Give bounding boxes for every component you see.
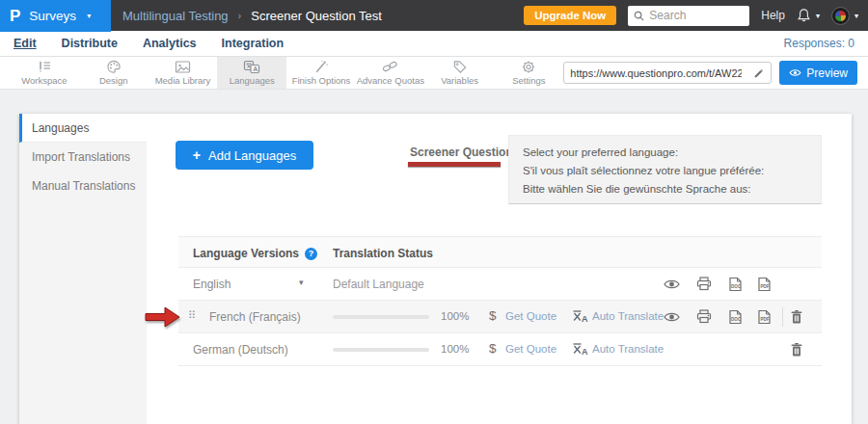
export-doc-button[interactable]: DOC xyxy=(728,277,743,296)
preview-button[interactable]: Preview xyxy=(779,61,857,85)
auto-translate-icon[interactable]: A xyxy=(572,342,588,359)
print-language-button[interactable] xyxy=(696,277,712,295)
tag-icon xyxy=(452,60,468,74)
product-switcher[interactable]: P Surveys ▾ xyxy=(0,0,111,32)
language-name: English xyxy=(193,278,231,291)
export-doc-button[interactable]: DOC xyxy=(728,309,743,329)
chevron-down-icon: ▾ xyxy=(87,12,91,20)
toolbar-item-languages[interactable]: A Languages xyxy=(217,57,286,89)
edit-toolbar: Workspace Design Media Library A Languag… xyxy=(0,57,868,90)
toolbar-item-advance-quotas[interactable]: Advance Quotas xyxy=(356,57,425,89)
sidebar-item-import-translations[interactable]: Import Translations xyxy=(19,143,147,172)
eye-icon xyxy=(789,68,801,77)
translation-progress-bar xyxy=(333,348,429,352)
auto-translate-link[interactable]: Auto Translate xyxy=(592,343,664,355)
svg-text:DOC: DOC xyxy=(731,317,742,322)
help-link[interactable]: Help xyxy=(761,9,785,22)
upgrade-now-button[interactable]: Upgrade Now xyxy=(524,6,616,25)
default-language-label: Default Language xyxy=(333,278,424,291)
trash-icon xyxy=(790,342,803,358)
screener-question-preview: Select your preferred language: S'il vou… xyxy=(508,135,822,204)
gear-icon xyxy=(521,60,536,74)
tab-analytics[interactable]: Analytics xyxy=(143,37,197,50)
translation-progress-bar xyxy=(333,315,429,319)
languages-sidebar: Languages Import Translations Manual Tra… xyxy=(19,114,147,424)
tab-integration[interactable]: Integration xyxy=(222,37,285,50)
auto-translate-link[interactable]: Auto Translate xyxy=(592,310,664,322)
search-input[interactable] xyxy=(649,9,736,22)
plus-icon: + xyxy=(193,147,201,163)
drag-handle-icon[interactable]: ⠿ xyxy=(188,309,195,322)
survey-url-field xyxy=(563,62,772,84)
toolbar-item-label: Settings xyxy=(512,75,545,86)
table-row-english: English ▾ Default Language DOC PDF xyxy=(178,268,822,301)
toolbar-item-label: Languages xyxy=(230,75,275,86)
svg-text:A: A xyxy=(582,314,588,323)
notifications-menu[interactable]: ▾ xyxy=(797,8,820,23)
dollar-icon[interactable]: $ xyxy=(489,308,497,323)
tab-distribute[interactable]: Distribute xyxy=(62,37,118,50)
toolbar-item-workspace[interactable]: Workspace xyxy=(10,57,79,89)
toolbar-item-design[interactable]: Design xyxy=(79,57,149,89)
help-icon[interactable]: ? xyxy=(305,248,317,260)
printer-icon xyxy=(696,277,712,291)
edit-url-button[interactable] xyxy=(747,63,771,83)
toolbar-item-settings[interactable]: Settings xyxy=(494,57,563,89)
language-name: French (Français) xyxy=(209,310,301,324)
toolbar-item-label: Workspace xyxy=(21,75,67,86)
svg-text:DOC: DOC xyxy=(731,284,742,289)
questionpro-logo-icon: P xyxy=(10,8,20,24)
breadcrumb-folder[interactable]: Multilingual Testing xyxy=(122,9,229,23)
toolbar-item-variables[interactable]: Variables xyxy=(425,57,495,89)
responses-count[interactable]: Responses: 0 xyxy=(784,37,854,50)
column-label: Language Versions xyxy=(193,247,299,260)
doc-file-icon: DOC xyxy=(728,309,743,325)
progress-percent: 100% xyxy=(441,310,469,322)
table-row-german: German (Deutsch) 100% $ Get Quote A Auto… xyxy=(178,333,822,366)
eye-icon xyxy=(664,278,680,290)
screener-line-german: Bitte wählen Sie die gewünschte Sprache … xyxy=(523,180,807,199)
survey-url-input[interactable] xyxy=(564,67,747,79)
global-search[interactable] xyxy=(628,6,749,26)
pdf-file-icon: PDF xyxy=(757,277,772,292)
screener-line-english: Select your preferred language: xyxy=(523,144,807,162)
trash-icon xyxy=(790,309,803,325)
delete-language-button[interactable] xyxy=(790,309,803,329)
tab-edit[interactable]: Edit xyxy=(14,37,37,50)
default-language-dropdown[interactable]: ▾ xyxy=(299,278,304,287)
languages-panel: Languages Import Translations Manual Tra… xyxy=(19,114,852,424)
table-row-french: ⠿ French (Français) 100% $ Get Quote A A… xyxy=(178,301,822,333)
pdf-file-icon: PDF xyxy=(757,309,772,325)
add-languages-button[interactable]: + Add Languages xyxy=(176,141,313,170)
product-name: Surveys xyxy=(29,9,76,23)
screener-line-french: S'il vous plaît sélectionnez votre langu… xyxy=(523,162,807,180)
get-quote-link[interactable]: Get Quote xyxy=(505,310,556,322)
magic-wand-icon xyxy=(313,60,329,74)
top-bar: P Surveys ▾ Multilingual Testing › Scree… xyxy=(0,0,868,31)
account-menu[interactable]: ▾ xyxy=(831,7,858,25)
toolbar-item-media-library[interactable]: Media Library xyxy=(149,57,218,89)
survey-nav: Edit Distribute Analytics Integration Re… xyxy=(0,31,868,57)
export-pdf-button[interactable]: PDF xyxy=(757,309,772,329)
export-pdf-button[interactable]: PDF xyxy=(757,277,772,296)
sidebar-item-languages[interactable]: Languages xyxy=(19,114,147,143)
design-palette-icon xyxy=(106,60,122,74)
languages-icon: A xyxy=(243,60,260,74)
get-quote-link[interactable]: Get Quote xyxy=(505,343,556,355)
preview-language-button[interactable] xyxy=(664,277,680,294)
auto-translate-icon[interactable]: A xyxy=(572,309,588,327)
eye-icon xyxy=(664,311,680,323)
dollar-icon[interactable]: $ xyxy=(489,341,497,356)
toolbar-item-label: Design xyxy=(99,75,128,86)
toolbar-item-finish-options[interactable]: Finish Options xyxy=(286,57,356,89)
workspace-icon xyxy=(37,60,52,74)
avatar xyxy=(831,7,850,25)
print-language-button[interactable] xyxy=(696,309,712,328)
delete-language-button[interactable] xyxy=(790,342,803,361)
sidebar-item-manual-translations[interactable]: Manual Translations xyxy=(19,172,147,200)
preview-language-button[interactable] xyxy=(664,309,680,327)
toolbar-item-label: Variables xyxy=(441,75,478,86)
svg-text:PDF: PDF xyxy=(760,284,769,289)
svg-text:PDF: PDF xyxy=(760,317,769,322)
language-name: German (Deutsch) xyxy=(193,343,288,357)
